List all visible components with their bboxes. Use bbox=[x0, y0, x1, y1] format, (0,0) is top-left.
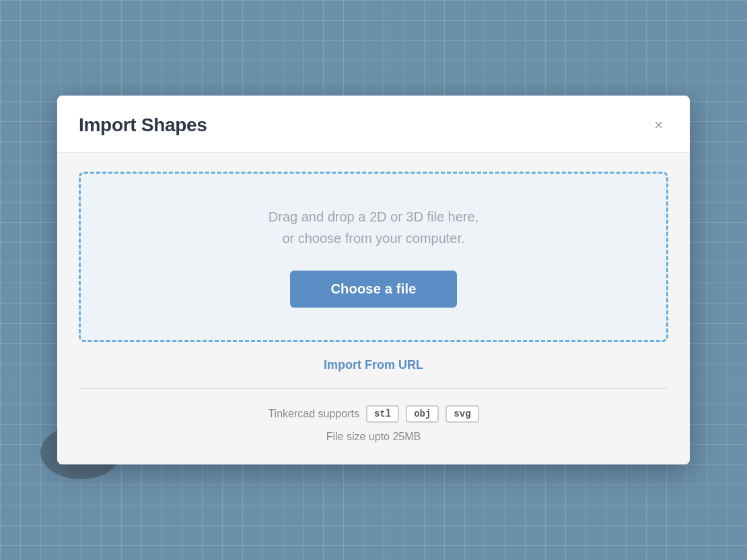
formats-section: Tinkercad supports stl obj svg File size… bbox=[79, 405, 668, 443]
modal-body: Drag and drop a 2D or 3D file here, or c… bbox=[57, 153, 690, 464]
format-badge-svg: svg bbox=[446, 405, 478, 423]
drop-zone[interactable]: Drag and drop a 2D or 3D file here, or c… bbox=[79, 172, 668, 342]
drop-zone-line2: or choose from your computer. bbox=[102, 228, 645, 249]
import-shapes-modal: Import Shapes × Drag and drop a 2D or 3D… bbox=[57, 96, 690, 464]
import-url-link[interactable]: Import From URL bbox=[79, 358, 668, 372]
drop-zone-text: Drag and drop a 2D or 3D file here, or c… bbox=[102, 206, 645, 249]
choose-file-button[interactable]: Choose a file bbox=[290, 271, 456, 308]
section-divider bbox=[79, 388, 668, 389]
format-badge-stl: stl bbox=[366, 405, 399, 423]
modal-header: Import Shapes × bbox=[57, 96, 690, 153]
format-badge-obj: obj bbox=[406, 405, 439, 423]
formats-row: Tinkercad supports stl obj svg bbox=[79, 405, 668, 423]
drop-zone-line1: Drag and drop a 2D or 3D file here, bbox=[102, 206, 645, 228]
modal-title: Import Shapes bbox=[79, 114, 207, 136]
file-size-text: File size upto 25MB bbox=[79, 431, 668, 443]
close-button[interactable]: × bbox=[649, 115, 668, 135]
formats-label: Tinkercad supports bbox=[268, 408, 359, 420]
modal-overlay: Import Shapes × Drag and drop a 2D or 3D… bbox=[0, 0, 747, 560]
